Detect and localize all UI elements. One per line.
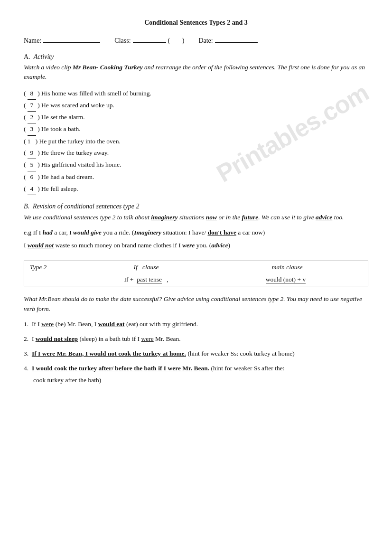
list-item: ( 5 ) His girlfriend visited his home.	[24, 159, 368, 171]
section-a-title: Activity	[34, 53, 54, 60]
q1-were: were	[41, 320, 54, 328]
section-b-description: We use conditional sentences type 2 to t…	[24, 212, 368, 223]
grammar-table: Type 2 If –clause main clause If + past …	[24, 261, 368, 286]
q4-num: 4.	[24, 365, 32, 372]
example-2: I would not waste so much money on brand…	[24, 240, 368, 251]
section-b-label: B. Revision of conditional sentences typ…	[24, 203, 368, 210]
item-num: 7	[28, 100, 36, 112]
paren-open: (	[168, 37, 170, 45]
class-field: Class: ( )	[114, 35, 184, 45]
item-num: 8	[28, 88, 36, 100]
item-num: 9	[28, 147, 36, 159]
table-col1: Type 2	[24, 261, 85, 273]
q1-would-eat: would eat	[98, 320, 125, 328]
q2-num: 2.	[24, 335, 32, 342]
list-item: ( 8 ) His home was filled with smell of …	[24, 88, 368, 100]
q3-num: 3.	[24, 350, 32, 357]
item-num: 5	[28, 159, 36, 171]
table-formula-clause: If + past tense ,	[85, 273, 206, 286]
table-formula-if	[24, 273, 85, 286]
section-a-instruction: Watch a video clip Mr Bean- Cooking Turk…	[24, 63, 368, 82]
q1-num: 1.	[24, 320, 32, 328]
question-4: 4. I would cook the turkey after/ before…	[24, 363, 368, 386]
item-num: 3	[28, 123, 36, 135]
section-a-label: A. Activity	[24, 53, 368, 61]
table-col3: main clause	[207, 261, 368, 273]
header-row: Name: Class: ( ) Date:	[24, 35, 368, 45]
table-header-row: Type 2 If –clause main clause	[24, 261, 368, 273]
activity-list: ( 8 ) His home was filled with smell of …	[24, 88, 368, 196]
name-input-area[interactable]	[43, 35, 100, 43]
date-input-area[interactable]	[215, 35, 258, 43]
question-instruction: What Mr.Bean should do to make the date …	[24, 294, 368, 314]
question-1: 1. If I were (be) Mr. Bean, I would eat …	[24, 319, 368, 330]
q2-would-not-sleep: would not sleep	[36, 335, 78, 342]
class-label: Class:	[114, 37, 131, 45]
page-title: Conditional Sentences Types 2 and 3	[24, 19, 368, 27]
grammar-table-container: Type 2 If –clause main clause If + past …	[24, 261, 368, 286]
section-b-letter: B.	[24, 203, 33, 210]
item-num: 6	[28, 171, 36, 183]
past-tense-text: past tense	[137, 276, 162, 283]
list-item: ( 6 ) He had a bad dream.	[24, 171, 368, 183]
date-label: Date:	[198, 37, 213, 45]
item-num: 2	[28, 112, 36, 123]
q4-hint: cook turkey after the bath)	[33, 375, 368, 386]
table-formula-main: would (not) + v	[207, 273, 368, 286]
list-item: ( 7 ) He was scared and woke up.	[24, 100, 368, 112]
question-3: 3. If I were Mr. Bean, I would not cook …	[24, 348, 368, 359]
date-field: Date:	[198, 35, 257, 45]
name-label: Name:	[24, 37, 41, 45]
question-2: 2. I would not sleep (sleep) in a bath t…	[24, 334, 368, 345]
q3-answer: If I were Mr. Bean, I would not cook the…	[32, 350, 186, 357]
example-1: e.g If I had a car, I would give you a r…	[24, 227, 368, 238]
name-field: Name:	[24, 35, 100, 45]
table-col2: If –clause	[85, 261, 206, 273]
section-b-title: Revision of conditional sentences type 2	[33, 203, 139, 210]
list-item: ( 3 ) He took a bath.	[24, 123, 368, 135]
list-item: ( 4 ) He fell asleep.	[24, 183, 368, 195]
worksheet-page: Printables.com Conditional Sentences Typ…	[0, 0, 392, 555]
would-not-v-text: would (not) + v	[266, 276, 306, 283]
list-item: ( 2 ) He set the alarm.	[24, 112, 368, 123]
list-item: ( 1 ) He put the turkey into the oven.	[24, 136, 368, 147]
item-num: 4	[28, 183, 36, 195]
q2-were: were	[141, 335, 154, 342]
section-a-letter: A.	[24, 53, 34, 60]
q4-answer: I would cook the turkey after/ before th…	[32, 365, 209, 372]
paren-close: )	[182, 37, 185, 45]
list-item: ( 9 ) He threw the turkey away.	[24, 147, 368, 159]
table-formula-row: If + past tense , would (not) + v	[24, 273, 368, 286]
class-input-area[interactable]	[133, 35, 166, 43]
